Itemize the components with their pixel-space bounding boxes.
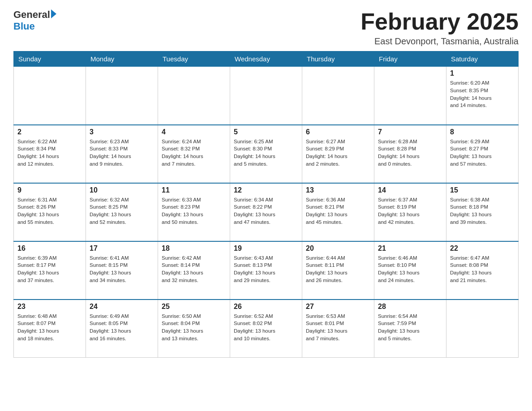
day-info: Sunrise: 6:33 AM Sunset: 8:23 PM Dayligh… xyxy=(162,196,226,226)
day-number: 19 xyxy=(234,244,298,253)
day-info: Sunrise: 6:50 AM Sunset: 8:04 PM Dayligh… xyxy=(162,313,226,342)
table-row xyxy=(230,67,302,125)
day-info: Sunrise: 6:49 AM Sunset: 8:05 PM Dayligh… xyxy=(90,313,154,342)
day-info: Sunrise: 6:20 AM Sunset: 8:35 PM Dayligh… xyxy=(450,79,515,109)
day-info: Sunrise: 6:32 AM Sunset: 8:25 PM Dayligh… xyxy=(90,196,154,226)
day-info: Sunrise: 6:31 AM Sunset: 8:26 PM Dayligh… xyxy=(17,196,82,226)
calendar-week-row: 2Sunrise: 6:22 AM Sunset: 8:34 PM Daylig… xyxy=(14,125,519,183)
day-number: 10 xyxy=(90,186,154,194)
table-row: 7Sunrise: 6:28 AM Sunset: 8:28 PM Daylig… xyxy=(374,125,446,183)
table-row: 9Sunrise: 6:31 AM Sunset: 8:26 PM Daylig… xyxy=(14,183,86,241)
day-number: 22 xyxy=(450,244,515,253)
table-row: 10Sunrise: 6:32 AM Sunset: 8:25 PM Dayli… xyxy=(86,183,158,241)
day-info: Sunrise: 6:42 AM Sunset: 8:14 PM Dayligh… xyxy=(162,254,226,284)
day-info: Sunrise: 6:38 AM Sunset: 8:18 PM Dayligh… xyxy=(450,196,515,226)
day-info: Sunrise: 6:48 AM Sunset: 8:07 PM Dayligh… xyxy=(17,313,82,342)
table-row: 22Sunrise: 6:47 AM Sunset: 8:08 PM Dayli… xyxy=(446,241,519,300)
day-number: 1 xyxy=(450,69,515,77)
col-friday: Friday xyxy=(374,51,446,67)
day-number: 15 xyxy=(450,186,515,194)
month-year-title: February 2025 xyxy=(360,9,519,34)
day-info: Sunrise: 6:47 AM Sunset: 8:08 PM Dayligh… xyxy=(450,254,515,284)
table-row xyxy=(14,67,86,125)
day-number: 23 xyxy=(17,303,82,311)
table-row xyxy=(158,67,230,125)
table-row: 12Sunrise: 6:34 AM Sunset: 8:22 PM Dayli… xyxy=(230,183,302,241)
table-row: 14Sunrise: 6:37 AM Sunset: 8:19 PM Dayli… xyxy=(374,183,446,241)
day-number: 4 xyxy=(162,128,226,136)
day-info: Sunrise: 6:22 AM Sunset: 8:34 PM Dayligh… xyxy=(17,138,82,168)
logo-blue: Blue xyxy=(13,21,56,32)
day-number: 6 xyxy=(306,128,370,136)
col-sunday: Sunday xyxy=(14,51,86,67)
col-tuesday: Tuesday xyxy=(158,51,230,67)
day-number: 24 xyxy=(90,303,154,311)
day-number: 16 xyxy=(17,244,82,253)
day-number: 20 xyxy=(306,244,370,253)
day-info: Sunrise: 6:37 AM Sunset: 8:19 PM Dayligh… xyxy=(378,196,442,226)
logo-arrow-icon xyxy=(51,9,56,18)
table-row: 25Sunrise: 6:50 AM Sunset: 8:04 PM Dayli… xyxy=(158,300,230,358)
day-number: 14 xyxy=(378,186,442,194)
table-row: 28Sunrise: 6:54 AM Sunset: 7:59 PM Dayli… xyxy=(374,300,446,358)
logo-general: General xyxy=(13,9,50,21)
day-info: Sunrise: 6:53 AM Sunset: 8:01 PM Dayligh… xyxy=(306,313,370,342)
table-row: 19Sunrise: 6:43 AM Sunset: 8:13 PM Dayli… xyxy=(230,241,302,300)
table-row: 18Sunrise: 6:42 AM Sunset: 8:14 PM Dayli… xyxy=(158,241,230,300)
table-row: 1Sunrise: 6:20 AM Sunset: 8:35 PM Daylig… xyxy=(446,67,519,125)
day-info: Sunrise: 6:23 AM Sunset: 8:33 PM Dayligh… xyxy=(90,138,154,168)
day-number: 7 xyxy=(378,128,442,136)
table-row: 24Sunrise: 6:49 AM Sunset: 8:05 PM Dayli… xyxy=(86,300,158,358)
day-number: 5 xyxy=(234,128,298,136)
day-number: 8 xyxy=(450,128,515,136)
day-info: Sunrise: 6:24 AM Sunset: 8:32 PM Dayligh… xyxy=(162,138,226,168)
table-row: 15Sunrise: 6:38 AM Sunset: 8:18 PM Dayli… xyxy=(446,183,519,241)
day-number: 2 xyxy=(17,128,82,136)
day-number: 26 xyxy=(234,303,298,311)
day-number: 28 xyxy=(378,303,442,311)
calendar-week-row: 23Sunrise: 6:48 AM Sunset: 8:07 PM Dayli… xyxy=(14,300,519,358)
day-info: Sunrise: 6:52 AM Sunset: 8:02 PM Dayligh… xyxy=(234,313,298,342)
page-header: General Blue February 2025 East Devonpor… xyxy=(13,9,519,47)
calendar-week-row: 16Sunrise: 6:39 AM Sunset: 8:17 PM Dayli… xyxy=(14,241,519,300)
title-area: February 2025 East Devonport, Tasmania, … xyxy=(360,9,519,47)
calendar-header-row: Sunday Monday Tuesday Wednesday Thursday… xyxy=(14,51,519,67)
day-number: 27 xyxy=(306,303,370,311)
calendar-table: Sunday Monday Tuesday Wednesday Thursday… xyxy=(13,51,519,358)
table-row: 5Sunrise: 6:25 AM Sunset: 8:30 PM Daylig… xyxy=(230,125,302,183)
day-number: 21 xyxy=(378,244,442,253)
day-info: Sunrise: 6:36 AM Sunset: 8:21 PM Dayligh… xyxy=(306,196,370,226)
day-info: Sunrise: 6:41 AM Sunset: 8:15 PM Dayligh… xyxy=(90,254,154,284)
day-info: Sunrise: 6:27 AM Sunset: 8:29 PM Dayligh… xyxy=(306,138,370,168)
day-info: Sunrise: 6:29 AM Sunset: 8:27 PM Dayligh… xyxy=(450,138,515,168)
table-row: 23Sunrise: 6:48 AM Sunset: 8:07 PM Dayli… xyxy=(14,300,86,358)
table-row: 6Sunrise: 6:27 AM Sunset: 8:29 PM Daylig… xyxy=(302,125,374,183)
table-row xyxy=(302,67,374,125)
table-row: 8Sunrise: 6:29 AM Sunset: 8:27 PM Daylig… xyxy=(446,125,519,183)
col-wednesday: Wednesday xyxy=(230,51,302,67)
day-info: Sunrise: 6:43 AM Sunset: 8:13 PM Dayligh… xyxy=(234,254,298,284)
day-number: 9 xyxy=(17,186,82,194)
col-thursday: Thursday xyxy=(302,51,374,67)
table-row: 4Sunrise: 6:24 AM Sunset: 8:32 PM Daylig… xyxy=(158,125,230,183)
day-info: Sunrise: 6:39 AM Sunset: 8:17 PM Dayligh… xyxy=(17,254,82,284)
table-row xyxy=(374,67,446,125)
day-info: Sunrise: 6:25 AM Sunset: 8:30 PM Dayligh… xyxy=(234,138,298,168)
day-number: 25 xyxy=(162,303,226,311)
table-row: 16Sunrise: 6:39 AM Sunset: 8:17 PM Dayli… xyxy=(14,241,86,300)
table-row: 27Sunrise: 6:53 AM Sunset: 8:01 PM Dayli… xyxy=(302,300,374,358)
day-info: Sunrise: 6:46 AM Sunset: 8:10 PM Dayligh… xyxy=(378,254,442,284)
table-row: 17Sunrise: 6:41 AM Sunset: 8:15 PM Dayli… xyxy=(86,241,158,300)
calendar-week-row: 9Sunrise: 6:31 AM Sunset: 8:26 PM Daylig… xyxy=(14,183,519,241)
day-number: 12 xyxy=(234,186,298,194)
day-info: Sunrise: 6:44 AM Sunset: 8:11 PM Dayligh… xyxy=(306,254,370,284)
calendar-week-row: 1Sunrise: 6:20 AM Sunset: 8:35 PM Daylig… xyxy=(14,67,519,125)
table-row xyxy=(86,67,158,125)
day-number: 13 xyxy=(306,186,370,194)
day-info: Sunrise: 6:54 AM Sunset: 7:59 PM Dayligh… xyxy=(378,313,442,342)
day-number: 17 xyxy=(90,244,154,253)
col-saturday: Saturday xyxy=(446,51,519,67)
table-row: 2Sunrise: 6:22 AM Sunset: 8:34 PM Daylig… xyxy=(14,125,86,183)
table-row: 11Sunrise: 6:33 AM Sunset: 8:23 PM Dayli… xyxy=(158,183,230,241)
day-info: Sunrise: 6:28 AM Sunset: 8:28 PM Dayligh… xyxy=(378,138,442,168)
